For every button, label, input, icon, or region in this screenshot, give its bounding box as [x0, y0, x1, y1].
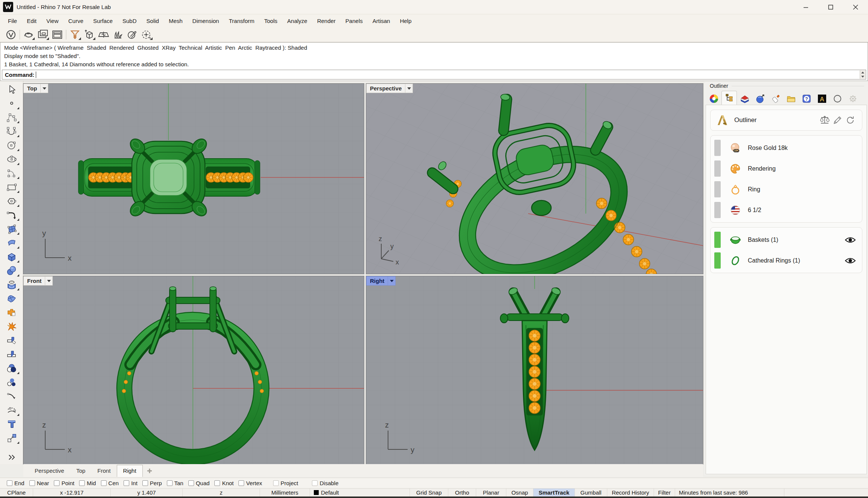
edit-pencil-icon[interactable] — [831, 115, 844, 126]
command-input[interactable]: Command: — [2, 70, 866, 79]
status-filter[interactable]: Filter — [654, 489, 675, 496]
command-scroll-spinner[interactable] — [860, 70, 865, 79]
menu-subd[interactable]: SubD — [118, 15, 142, 26]
ellipse-icon[interactable] — [3, 152, 20, 166]
clipper-icon[interactable] — [125, 28, 139, 41]
status-record-history[interactable]: Record History — [607, 489, 654, 496]
status-gumball[interactable]: Gumball — [575, 489, 607, 496]
boolean-objects-icon[interactable] — [3, 361, 20, 375]
render-interactive-icon[interactable] — [36, 28, 50, 41]
checkbox[interactable] — [54, 480, 60, 486]
menu-analyze[interactable]: Analyze — [282, 15, 312, 26]
status-smarttrack[interactable]: SmartTrack — [533, 489, 575, 496]
osnap-int[interactable]: Int — [124, 480, 138, 486]
tab-perspective[interactable]: Perspective — [29, 465, 70, 477]
trim-icon[interactable] — [3, 333, 20, 347]
material-sphere-tab-icon[interactable] — [752, 92, 768, 105]
scroll-up-icon[interactable] — [861, 72, 864, 73]
viewport-top[interactable]: y x Top — [23, 84, 364, 274]
circle-icon[interactable] — [3, 138, 20, 152]
more-tools-icon[interactable] — [3, 450, 20, 464]
artisan-tab-icon[interactable]: A — [814, 92, 830, 105]
checkbox[interactable] — [101, 480, 107, 486]
menu-mesh[interactable]: Mesh — [164, 15, 188, 26]
osnap-near[interactable]: Near — [29, 480, 49, 486]
osnap-project[interactable]: Project — [273, 480, 298, 486]
point-icon[interactable] — [3, 96, 20, 110]
osnap-perp[interactable]: Perp — [142, 480, 162, 486]
split-icon[interactable] — [3, 347, 20, 361]
fur-grass-icon[interactable] — [111, 28, 125, 41]
help-tab-icon[interactable]: ? — [799, 92, 814, 105]
vray-logo-icon[interactable] — [4, 28, 18, 41]
proxy-box-icon[interactable] — [82, 28, 96, 41]
list-item[interactable]: 6 1/2 — [711, 200, 862, 220]
osnap-knot[interactable]: Knot — [214, 480, 234, 486]
osnap-point[interactable]: Point — [54, 480, 74, 486]
boolean-points-icon[interactable] — [3, 375, 20, 389]
new-viewport-icon[interactable] — [147, 468, 153, 474]
fillet-curves-icon[interactable] — [3, 208, 20, 222]
frame-buffer-icon[interactable] — [50, 28, 64, 41]
asset-editor-funnel-icon[interactable] — [68, 28, 82, 41]
vray-slice-tab-icon[interactable] — [737, 92, 752, 105]
ring-tab-icon[interactable] — [830, 92, 845, 105]
move-copy-icon[interactable] — [3, 431, 20, 445]
osnap-end[interactable]: End — [7, 480, 24, 486]
visibility-eye-icon[interactable] — [845, 257, 856, 265]
menu-tools[interactable]: Tools — [259, 15, 282, 26]
menu-file[interactable]: File — [3, 15, 22, 26]
tab-top[interactable]: Top — [70, 465, 91, 477]
status-cplane[interactable]: CPlane — [0, 489, 33, 496]
curve-through-points-icon[interactable] — [3, 124, 20, 138]
render-region-icon[interactable] — [139, 28, 154, 41]
control-point-curve-icon[interactable] — [3, 110, 20, 124]
status-ortho[interactable]: Ortho — [448, 489, 476, 496]
checkbox[interactable] — [167, 480, 173, 486]
settings-gear-tab-icon[interactable] — [845, 92, 860, 105]
tab-front[interactable]: Front — [92, 465, 117, 477]
boolean-union-icon[interactable] — [3, 306, 20, 319]
refresh-icon[interactable] — [844, 115, 857, 126]
checkbox[interactable] — [273, 480, 279, 486]
menu-curve[interactable]: Curve — [63, 15, 88, 26]
library-folder-tab-icon[interactable] — [783, 92, 799, 105]
viewport-front[interactable]: z x Front — [23, 276, 364, 464]
outliner-tree-tab-icon[interactable] — [721, 91, 737, 105]
maximize-button[interactable] — [818, 0, 843, 14]
list-item[interactable]: 18K Rose Gold 18k — [711, 137, 862, 158]
checkbox[interactable] — [79, 480, 85, 486]
infinite-plane-icon[interactable] — [96, 28, 111, 41]
extend-curve-icon[interactable] — [3, 389, 20, 403]
balance-scale-icon[interactable] — [818, 115, 831, 126]
color-wheel-tab-icon[interactable] — [706, 92, 721, 105]
menu-panels[interactable]: Panels — [341, 15, 368, 26]
checkbox[interactable] — [312, 480, 318, 486]
list-item[interactable]: Cathedral Rings (1) — [711, 250, 862, 271]
text-object-icon[interactable] — [3, 417, 20, 431]
chevron-down-icon[interactable] — [45, 276, 52, 285]
viewport-label-right[interactable]: Right — [366, 276, 396, 286]
status-units[interactable]: Millimeters — [260, 489, 310, 496]
menu-view[interactable]: View — [41, 15, 63, 26]
osnap-tan[interactable]: Tan — [167, 480, 183, 486]
checkbox[interactable] — [124, 480, 129, 486]
osnap-mid[interactable]: Mid — [79, 480, 96, 486]
menu-help[interactable]: Help — [395, 15, 416, 26]
rebuild-curve-icon[interactable] — [3, 403, 20, 417]
revolve-icon[interactable] — [3, 278, 20, 292]
menu-edit[interactable]: Edit — [22, 15, 41, 26]
render-teapot-icon[interactable] — [21, 28, 36, 41]
list-item[interactable]: Ring — [711, 179, 862, 200]
checkbox[interactable] — [7, 480, 12, 486]
visibility-eye-icon[interactable] — [845, 236, 856, 244]
osnap-cen[interactable]: Cen — [101, 480, 119, 486]
close-button[interactable] — [843, 0, 868, 14]
chevron-down-icon[interactable] — [405, 84, 413, 93]
explode-icon[interactable] — [3, 319, 20, 333]
menu-surface[interactable]: Surface — [88, 15, 118, 26]
loft-surface-icon[interactable] — [3, 236, 20, 250]
checkbox[interactable] — [214, 480, 220, 486]
polygon-icon[interactable] — [3, 194, 20, 208]
status-grid-snap[interactable]: Grid Snap — [410, 489, 448, 496]
